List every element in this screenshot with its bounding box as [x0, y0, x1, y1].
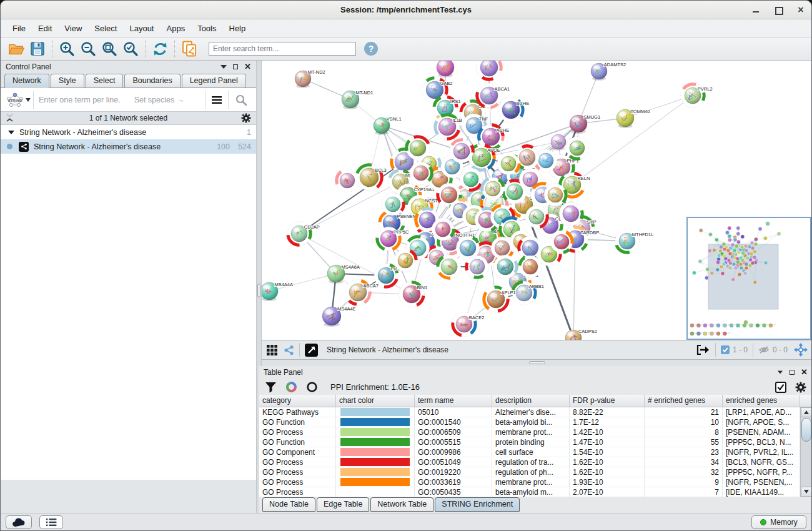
close-panel-icon[interactable]: ✕ — [244, 64, 251, 70]
table-row[interactable]: GO ProcessGO:0019220regulation of ph...1… — [259, 467, 812, 477]
network-node[interactable] — [460, 168, 483, 191]
menu-item-layout[interactable]: Layout — [124, 22, 159, 35]
menu-item-edit[interactable]: Edit — [32, 22, 57, 35]
table-panel-menu-icon[interactable] — [778, 370, 783, 374]
column-header-2[interactable]: chart color — [336, 395, 415, 407]
maximize-button[interactable] — [774, 6, 783, 14]
zoom-fit-icon[interactable] — [99, 39, 120, 58]
network-node[interactable] — [394, 249, 417, 272]
network-node[interactable]: BCHE — [498, 97, 530, 123]
tab-network[interactable]: Network — [4, 74, 49, 88]
open-in-new-icon[interactable] — [305, 344, 318, 357]
ring-chart-icon[interactable] — [306, 381, 318, 393]
tab-select[interactable]: Select — [86, 74, 124, 87]
export-network-icon[interactable] — [695, 343, 710, 357]
zoom-selected-icon[interactable] — [120, 39, 141, 58]
table-close-icon[interactable]: ✕ — [801, 369, 808, 375]
menu-item-view[interactable]: View — [59, 22, 87, 35]
tab-style[interactable]: Style — [51, 74, 84, 87]
collapse-all-icon[interactable] — [6, 113, 14, 123]
table-row[interactable]: GO ProcessGO:0051049regulation of tra...… — [259, 457, 812, 467]
menu-item-file[interactable]: File — [7, 22, 31, 35]
birds-eye-toggle-icon[interactable] — [794, 343, 808, 357]
network-node[interactable] — [437, 61, 454, 77]
network-node[interactable]: TOMM40 — [616, 109, 650, 128]
network-node[interactable] — [559, 202, 583, 226]
network-node[interactable] — [566, 137, 589, 160]
column-header-5[interactable]: FDR p-value — [570, 395, 645, 407]
table-row[interactable]: GO ComponentGO:0009986cell surface1.54E-… — [259, 447, 812, 457]
network-node[interactable]: APBB1 — [512, 281, 544, 305]
network-collection-row[interactable]: String Network - Alzheimer's disease 1 — [1, 125, 256, 139]
string-query-input[interactable]: Enter one term per line. — [39, 96, 121, 104]
task-list-button[interactable] — [39, 515, 63, 529]
string-logo-dropdown[interactable]: STRING — [3, 91, 34, 109]
filter-icon[interactable] — [265, 382, 277, 393]
table-row[interactable]: GO FunctionGO:0005515protein binding1.47… — [259, 437, 812, 447]
scroll-up-button[interactable] — [801, 407, 812, 417]
network-node[interactable] — [497, 152, 520, 176]
set-species-hint[interactable]: Set species → — [134, 96, 185, 104]
network-node[interactable] — [551, 134, 566, 151]
network-node[interactable]: BIN1 — [399, 282, 428, 307]
table-row[interactable]: KEGG Pathways05010Alzheimer's dise...8.8… — [259, 407, 812, 417]
network-node[interactable]: SMUG1 — [570, 114, 600, 134]
memory-button[interactable]: Memory — [751, 515, 806, 529]
cloud-button[interactable] — [6, 515, 32, 529]
table-row[interactable]: GO ProcessGO:0050435beta-amyloid m...2.0… — [259, 487, 812, 497]
network-node[interactable]: APLP1 — [483, 287, 516, 312]
string-menu-icon[interactable] — [205, 91, 228, 109]
table-scrollbar[interactable] — [800, 407, 812, 497]
network-node[interactable] — [432, 218, 455, 241]
scroll-down-button[interactable] — [801, 487, 812, 497]
network-node[interactable]: VSNL1 — [374, 116, 402, 135]
horizontal-splitter[interactable] — [262, 360, 812, 366]
scrollbar-thumb[interactable] — [801, 418, 811, 442]
tab-legend-panel[interactable]: Legend Panel — [182, 74, 246, 87]
menu-item-select[interactable]: Select — [89, 22, 122, 35]
network-node[interactable]: ADAMTS2 — [591, 62, 626, 81]
network-node[interactable]: PPP5C — [377, 227, 409, 251]
float-panel-icon[interactable] — [233, 64, 238, 69]
table-row[interactable]: GO ProcessGO:0033619membrane prot...1.93… — [259, 477, 812, 487]
import-network-icon[interactable] — [179, 39, 200, 58]
table-settings-gear-icon[interactable] — [795, 382, 806, 393]
network-node[interactable] — [336, 169, 359, 192]
table-row[interactable]: GO FunctionGO:0001540beta-amyloid bi...1… — [259, 417, 812, 427]
network-node[interactable]: MTHFD1L — [615, 229, 654, 254]
tree-expand-icon[interactable] — [8, 130, 14, 135]
panel-menu-icon[interactable] — [220, 65, 227, 69]
network-options-gear-icon[interactable] — [241, 113, 251, 123]
network-row[interactable]: String Network - Alzheimer's disease 100… — [1, 139, 256, 154]
menu-item-apps[interactable]: Apps — [161, 22, 191, 35]
network-node[interactable] — [544, 184, 567, 207]
minimize-button[interactable] — [751, 6, 760, 14]
column-header-1[interactable]: category — [259, 395, 336, 407]
search-input[interactable] — [209, 42, 356, 56]
column-header-7[interactable]: enriched genes — [723, 395, 800, 407]
tab-string-enrichment[interactable]: STRING Enrichment — [435, 497, 520, 512]
network-node[interactable]: PVRL2 — [681, 84, 713, 108]
network-node[interactable] — [493, 255, 518, 279]
table-row[interactable]: GO ProcessGO:0006509membrane prot...1.42… — [259, 427, 812, 437]
column-header-4[interactable]: description — [492, 395, 570, 407]
tab-node-table[interactable]: Node Table — [262, 497, 315, 512]
open-folder-icon[interactable] — [6, 39, 27, 58]
network-node[interactable] — [525, 206, 548, 229]
network-node[interactable] — [550, 231, 573, 254]
select-all-checkbox-icon[interactable] — [775, 382, 786, 393]
menu-item-help[interactable]: Help — [224, 22, 252, 35]
network-node[interactable]: CADPS2 — [565, 329, 597, 340]
network-node[interactable] — [382, 193, 405, 216]
tab-edge-table[interactable]: Edge Table — [317, 497, 369, 512]
menu-item-tools[interactable]: Tools — [192, 22, 222, 35]
share-view-icon[interactable] — [284, 345, 294, 355]
zoom-in-icon[interactable] — [56, 39, 77, 58]
network-node[interactable] — [482, 177, 505, 201]
column-header-6[interactable]: # enriched genes — [645, 395, 723, 407]
string-search-icon[interactable] — [228, 91, 254, 109]
table-float-icon[interactable] — [790, 370, 795, 375]
help-icon[interactable]: ? — [364, 41, 379, 56]
network-node[interactable]: MS4A4A — [262, 282, 293, 301]
refresh-icon[interactable] — [149, 39, 171, 58]
